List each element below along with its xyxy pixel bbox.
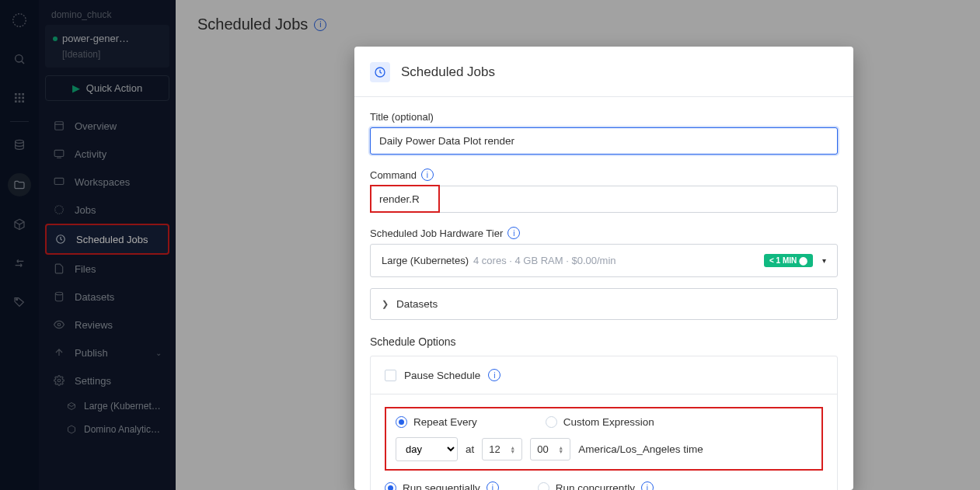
custom-expression-radio[interactable]: Custom Expression	[546, 416, 654, 428]
chevron-right-icon: ❯	[382, 299, 389, 309]
repeat-every-radio[interactable]: Repeat Every	[396, 416, 477, 428]
schedule-options-label: Schedule Options	[370, 335, 838, 348]
hardware-tier-select[interactable]: Large (Kubernetes) 4 cores · 4 GB RAM · …	[370, 244, 838, 277]
command-field-label: Command i	[370, 169, 838, 181]
scheduled-job-modal: Scheduled Jobs Title (optional) Command …	[354, 47, 853, 490]
title-field-label: Title (optional)	[370, 111, 838, 123]
tier-badge: < 1 MIN ⬤	[764, 254, 813, 267]
timezone-label: America/Los_Angeles time	[578, 443, 703, 455]
run-concurrently-radio[interactable]: Run concurrently i	[538, 481, 654, 490]
info-icon[interactable]: i	[487, 481, 499, 490]
datasets-expand[interactable]: ❯ Datasets	[370, 288, 838, 320]
repeat-highlight: Repeat Every Custom Expression day at 12…	[385, 407, 823, 471]
tier-specs: 4 cores · 4 GB RAM · $0.00/min	[473, 255, 616, 266]
modal-title: Scheduled Jobs	[401, 64, 495, 80]
info-icon[interactable]: i	[488, 369, 500, 381]
run-sequentially-radio[interactable]: Run sequentially i	[385, 481, 499, 490]
title-input[interactable]	[370, 127, 838, 155]
tier-field-label: Scheduled Job Hardware Tier i	[370, 227, 838, 239]
schedule-options-panel: Pause Schedule i Repeat Every Custom Exp…	[370, 356, 838, 490]
minute-input[interactable]: 00 ▲▼	[530, 438, 570, 460]
info-icon[interactable]: i	[421, 169, 434, 181]
info-icon[interactable]: i	[641, 481, 654, 490]
info-icon[interactable]: i	[507, 227, 520, 239]
tier-name: Large (Kubernetes)	[382, 255, 469, 266]
spinner-icon[interactable]: ▲▼	[510, 446, 515, 454]
spinner-icon[interactable]: ▲▼	[558, 446, 563, 454]
interval-select[interactable]: day	[396, 437, 458, 461]
command-input[interactable]	[370, 186, 838, 213]
pause-schedule-checkbox[interactable]	[385, 370, 396, 381]
hour-input[interactable]: 12 ▲▼	[482, 438, 522, 460]
clock-icon	[370, 62, 390, 82]
chevron-down-icon: ▾	[822, 256, 826, 265]
pause-schedule-label: Pause Schedule	[404, 370, 480, 381]
at-label: at	[466, 443, 474, 455]
